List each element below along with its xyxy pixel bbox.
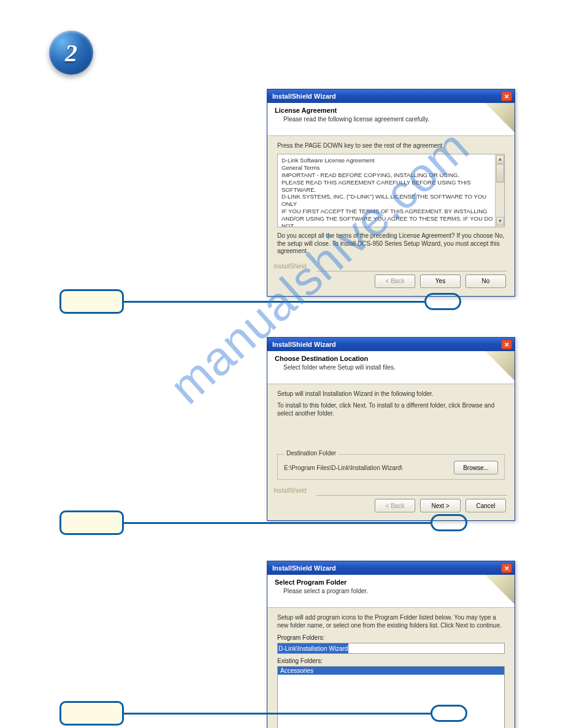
callout-2 (59, 510, 124, 535)
program-folder-value: D-Link\Installation Wizard (278, 643, 348, 653)
accept-question: Do you accept all the terms of the prece… (277, 232, 505, 256)
header-title: Choose Destination Location (275, 355, 507, 362)
connector-3 (124, 713, 431, 715)
scroll-thumb[interactable] (496, 164, 504, 183)
license-text-box[interactable]: D-Link Software License Agreement Genera… (277, 154, 505, 227)
header-subtitle: Please select a program folder. (283, 588, 507, 594)
connector-1 (124, 301, 424, 303)
license-line: General Terms (282, 164, 493, 172)
titlebar[interactable]: InstallShield Wizard ✕ (267, 338, 515, 351)
existing-folders-label: Existing Folders: (277, 658, 505, 664)
body-line-2: To install to this folder, click Next. T… (277, 402, 505, 417)
cancel-button[interactable]: Cancel (465, 499, 506, 512)
license-line: IF YOU FIRST ACCEPT THE TERMS OF THIS AG… (282, 208, 493, 215)
brand-footer: InstallShield (267, 487, 515, 495)
scroll-down-icon[interactable]: ▼ (496, 217, 504, 226)
license-line: PLEASE READ THIS AGREEMENT CAREFULLY BEF… (282, 179, 493, 194)
program-folder-input[interactable]: D-Link\Installation Wizard (277, 643, 505, 654)
dialog-header: Select Program Folder Please select a pr… (267, 575, 515, 608)
close-icon[interactable]: ✕ (501, 339, 512, 349)
group-legend: Destination Folder (284, 450, 339, 457)
close-icon[interactable]: ✕ (501, 563, 512, 573)
next-button[interactable]: Next > (420, 499, 461, 512)
scroll-up-icon[interactable]: ▲ (496, 155, 504, 164)
destination-dialog: InstallShield Wizard ✕ Choose Destinatio… (267, 337, 515, 521)
page-down-hint: Press the PAGE DOWN key to see the rest … (277, 142, 505, 149)
license-line: AND/OR USING THE SOFTWARE YOU AGREE TO T… (282, 215, 493, 227)
close-icon[interactable]: ✕ (501, 91, 512, 101)
program-folders-label: Program Folders: (277, 634, 505, 641)
install-path: E:\Program Files\D-Link\Installation Wiz… (284, 464, 402, 471)
browse-button[interactable]: Browse... (454, 461, 498, 474)
connector-2 (124, 522, 431, 524)
body-line-1: Setup will add program icons to the Prog… (277, 614, 505, 629)
license-line: D-Link Software License Agreement (282, 157, 493, 164)
header-subtitle: Please read the following license agreem… (283, 116, 507, 123)
callout-1 (59, 289, 124, 314)
dialog-header: License Agreement Please read the follow… (267, 103, 515, 136)
header-title: Select Program Folder (275, 578, 507, 586)
window-title: InstallShield Wizard (272, 93, 336, 100)
window-title: InstallShield Wizard (272, 341, 336, 348)
license-line: D-LINK SYSTEMS, INC. ("D-LINK") WILL LIC… (282, 193, 493, 208)
titlebar[interactable]: InstallShield Wizard ✕ (267, 561, 515, 575)
callout-3 (59, 701, 124, 726)
titlebar[interactable]: InstallShield Wizard ✕ (267, 89, 515, 103)
header-title: License Agreement (275, 107, 507, 114)
window-title: InstallShield Wizard (272, 564, 336, 572)
step-number: 2 (65, 39, 77, 67)
yes-button[interactable]: Yes (420, 275, 461, 288)
body-line-1: Setup will install Installation Wizard i… (277, 390, 505, 397)
dialog-header: Choose Destination Location Select folde… (267, 351, 515, 384)
scrollbar[interactable]: ▲ ▼ (495, 154, 504, 227)
destination-folder-group: Destination Folder E:\Program Files\D-Li… (277, 454, 505, 480)
no-button[interactable]: No (465, 275, 506, 288)
back-button[interactable]: < Back (375, 499, 415, 512)
program-folder-dialog: InstallShield Wizard ✕ Select Program Fo… (267, 561, 515, 728)
license-dialog: InstallShield Wizard ✕ License Agreement… (267, 89, 515, 297)
brand-footer: InstallShield (267, 263, 515, 271)
step-badge: 2 (49, 31, 93, 75)
list-item[interactable]: Accessories (278, 667, 504, 675)
header-subtitle: Select folder where Setup will install f… (283, 364, 507, 371)
back-button[interactable]: < Back (375, 275, 415, 288)
existing-folders-list[interactable]: Accessories (277, 666, 505, 728)
license-line: IMPORTANT - READ BEFORE COPYING, INSTALL… (282, 172, 493, 179)
